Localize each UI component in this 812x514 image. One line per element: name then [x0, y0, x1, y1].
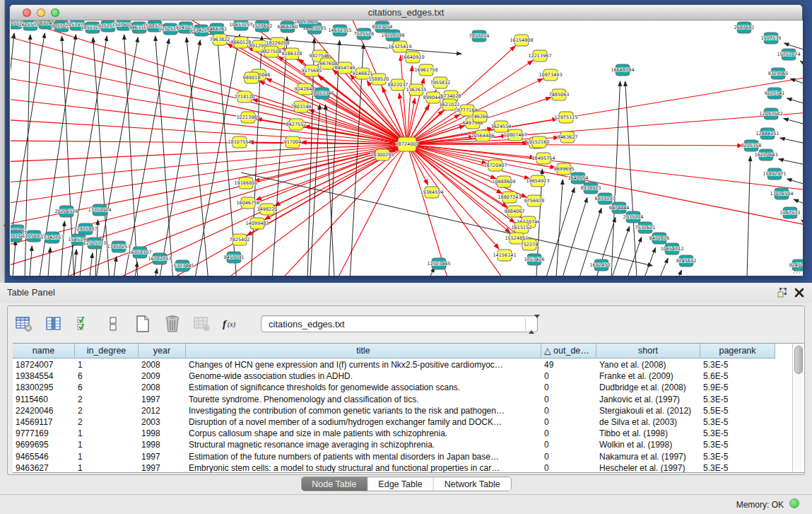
graph-edge[interactable]	[155, 269, 157, 276]
graph-edge[interactable]	[407, 144, 743, 146]
graph-node-label: 10654112	[660, 246, 683, 252]
graph-node-label: 1527602	[252, 23, 273, 29]
table-cell: 1997	[139, 462, 186, 472]
new-table-icon[interactable]	[132, 313, 153, 334]
delete-table-icon[interactable]	[162, 313, 183, 334]
memory-status-indicator[interactable]	[789, 498, 799, 508]
graph-edge[interactable]	[223, 144, 407, 276]
graph-edge[interactable]	[611, 81, 620, 276]
table-row[interactable]: 946554611997Estimation of the future num…	[13, 451, 799, 462]
graph-edge[interactable]	[114, 257, 117, 276]
graph-node-label: 16154808	[510, 37, 533, 43]
graph-edge[interactable]	[11, 21, 407, 144]
column-header-short[interactable]: short	[596, 344, 700, 358]
column-header-pagerank[interactable]: pagerank	[700, 344, 775, 358]
table-row[interactable]: 2242004622012Investigating the contribut…	[13, 405, 799, 416]
graph-edge[interactable]	[74, 250, 76, 276]
scrollbar-thumb[interactable]	[794, 346, 803, 374]
column-header-title[interactable]: title	[186, 344, 541, 358]
table-cell: 2	[75, 416, 139, 428]
graph-edge[interactable]	[48, 247, 50, 276]
tab-node-table[interactable]: Node Table	[301, 477, 367, 491]
graph-edge[interactable]	[407, 144, 529, 179]
graph-edge[interactable]	[678, 270, 682, 276]
graph-node-label: 9245652	[676, 258, 697, 264]
graph-edge[interactable]	[11, 98, 407, 144]
graph-edge[interactable]	[407, 144, 449, 276]
graph-edge[interactable]	[407, 144, 510, 233]
table-cell: 1998	[139, 428, 186, 439]
graph-edge[interactable]	[407, 66, 412, 144]
column-header-out_de[interactable]: △ out_de…	[541, 344, 596, 358]
table-row[interactable]: 946362711997Embryonic stem cells: a mode…	[13, 462, 799, 472]
graph-edge[interactable]	[660, 258, 668, 276]
column-header-name[interactable]: name	[13, 344, 75, 358]
table-settings-icon[interactable]	[13, 313, 35, 334]
table-row[interactable]: 1456911722003Disruption of a novel membe…	[13, 416, 799, 428]
network-window-titlebar[interactable]: citations_edges.txt	[10, 5, 802, 21]
table-cell: 2003	[139, 416, 186, 428]
graph-edge[interactable]	[407, 144, 535, 158]
graph-node-label: 14099481	[245, 221, 269, 226]
graph-edge[interactable]	[546, 188, 575, 276]
table-row[interactable]: 1872400712008Changes of HCN gene express…	[13, 359, 799, 370]
row-height-icon[interactable]	[102, 313, 124, 334]
graph-edge[interactable]	[787, 98, 803, 104]
graph-edge[interactable]	[90, 253, 93, 276]
graph-node-label: 18300295	[370, 152, 394, 158]
panel-collapse-arrow-icon[interactable]	[0, 222, 7, 229]
network-graph[interactable]: 2405572160557252069140690550132053918418…	[11, 21, 803, 276]
table-column-icon[interactable]	[43, 313, 64, 334]
graph-edge[interactable]	[625, 81, 637, 276]
graph-edge[interactable]	[612, 226, 630, 276]
table-cell: Genome-wide association studies in ADHD.	[186, 370, 541, 382]
table-row[interactable]: 977716911998Corpus callosum shape and si…	[13, 428, 799, 439]
table-selector-dropdown[interactable]: citations_edges.txt	[261, 315, 538, 332]
graph-edge[interactable]	[30, 246, 32, 276]
table-cell: 5.5E-5	[700, 405, 775, 416]
table-cell: Hescheler et al. (1997)	[596, 462, 700, 472]
network-canvas[interactable]: 2405572160557252069140690550132053918418…	[11, 21, 803, 276]
import-table-icon[interactable]	[192, 313, 213, 334]
graph-edge[interactable]	[187, 37, 208, 276]
graph-edge[interactable]	[801, 220, 803, 223]
network-window[interactable]: citations_edges.txt 24055721605572520691…	[9, 4, 803, 276]
collapsed-panel-strip[interactable]	[0, 0, 5, 283]
graph-edge[interactable]	[645, 247, 656, 276]
graph-edge[interactable]	[407, 144, 803, 226]
graph-node-label: 19384554	[420, 189, 443, 195]
graph-edge[interactable]	[780, 138, 803, 144]
table-cell: 0	[541, 439, 596, 450]
table-row[interactable]: 969969511998Structural magnetic resonanc…	[13, 439, 799, 450]
graph-edge[interactable]	[784, 119, 803, 124]
float-panel-icon[interactable]	[777, 287, 788, 298]
graph-edge[interactable]	[747, 156, 751, 276]
graph-edge[interactable]	[787, 179, 803, 185]
graph-edge[interactable]	[794, 199, 803, 204]
tab-edge-table[interactable]: Edge Table	[367, 477, 433, 491]
graph-node-label: 15751074	[777, 52, 800, 57]
graph-edge[interactable]	[155, 36, 173, 276]
graph-edge[interactable]	[779, 159, 803, 165]
graph-edge[interactable]	[800, 61, 803, 64]
column-header-in_degree[interactable]: in_degree	[75, 344, 139, 358]
graph-node-label: 15323445	[170, 263, 194, 269]
graph-edge[interactable]	[11, 35, 407, 144]
graph-node-label: 16640910	[401, 54, 424, 60]
close-panel-icon[interactable]	[794, 287, 805, 298]
function-builder-icon[interactable]: f (x)	[221, 313, 242, 334]
resize-grip[interactable]	[792, 264, 801, 274]
tab-network-table[interactable]: Network Table	[434, 477, 511, 491]
vertical-scrollbar[interactable]	[792, 343, 804, 473]
graph-node-label: 12093582	[759, 111, 782, 117]
graph-node-label: 8813054	[372, 24, 393, 30]
graph-edge[interactable]	[11, 144, 407, 183]
graph-edge[interactable]	[159, 40, 200, 276]
table-row[interactable]: 1830029562008Estimation of significance …	[13, 382, 799, 393]
table-row[interactable]: 911546021997Tourette syndrome. Phenomeno…	[13, 394, 799, 405]
column-header-year[interactable]: year	[139, 344, 186, 358]
table-row[interactable]: 1938455462009Genome-wide association stu…	[13, 370, 799, 382]
select-columns-icon[interactable]	[73, 313, 94, 334]
table-cell: 2008	[139, 359, 186, 370]
graph-edge[interactable]	[13, 240, 16, 276]
